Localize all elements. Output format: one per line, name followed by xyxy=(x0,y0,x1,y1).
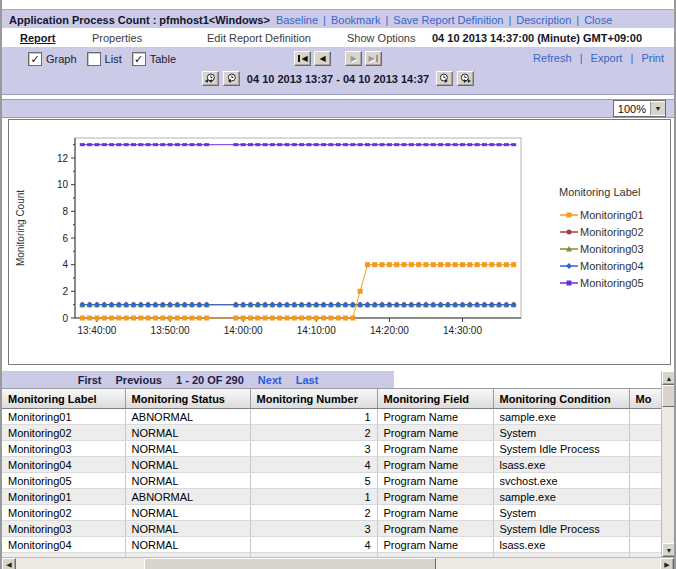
print-link[interactable]: Print xyxy=(641,52,664,64)
description-link[interactable]: Description xyxy=(516,14,571,26)
col-monitoring-status: Monitoring Status xyxy=(125,389,250,409)
monitoring-condition-cell: lsass.exe xyxy=(493,537,629,553)
col-monitoring-field: Monitoring Field xyxy=(377,389,493,409)
truncated-cell xyxy=(629,409,661,425)
zoom-select[interactable]: 100% ▼ xyxy=(613,100,666,117)
svg-text:2: 2 xyxy=(62,286,68,297)
checkbox-box[interactable]: ✓ xyxy=(132,52,146,66)
clock-fast-back-icon xyxy=(204,73,217,84)
truncated-cell xyxy=(629,457,661,473)
save-report-definition-link[interactable]: Save Report Definition xyxy=(393,14,503,26)
list-checkbox[interactable]: ✓ List xyxy=(87,52,122,66)
col-monitoring-number: Monitoring Number xyxy=(250,389,377,409)
range-move-start-button[interactable] xyxy=(202,71,219,86)
table-row: Monitoring04NORMAL4Program Namelsass.exe xyxy=(2,457,661,473)
monitoring-status-cell: NORMAL xyxy=(125,425,250,441)
table-horizontal-scrollbar[interactable]: ◀ ▶ xyxy=(2,557,674,569)
separator: | xyxy=(576,14,579,26)
tab-report[interactable]: Report xyxy=(20,32,55,44)
monitoring-condition-cell: System xyxy=(493,505,629,521)
range-move-back-button[interactable] xyxy=(223,71,240,86)
report-timestamp: 04 10 2013 14:37:00 (Minute) GMT+09:00 xyxy=(432,32,642,44)
checkbox-label: List xyxy=(105,53,122,65)
report-window: Application Process Count : pfmhost1<Win… xyxy=(0,0,676,569)
previous-page-button[interactable]: ◀ xyxy=(314,51,331,66)
toolbar: ✓ Graph ✓ List ✓ Table ◀ ◀ ▶ ▶ Refresh |… xyxy=(2,47,674,95)
scroll-right-icon[interactable]: ▶ xyxy=(660,558,674,569)
titlebar: Application Process Count : pfmhost1<Win… xyxy=(2,9,674,29)
range-move-forward-button[interactable] xyxy=(436,71,453,86)
close-link[interactable]: Close xyxy=(584,14,612,26)
legend-entry: Monitoring05 xyxy=(559,274,644,291)
last-page-button[interactable]: ▶ xyxy=(365,51,382,66)
show-options-menu[interactable]: Show Options xyxy=(347,32,415,44)
monitoring-status-cell: NORMAL xyxy=(125,521,250,537)
monitoring-condition-cell: svchost.exe xyxy=(493,473,629,489)
truncated-cell xyxy=(629,441,661,457)
monitoring-number-cell: 4 xyxy=(250,457,377,473)
bookmark-link[interactable]: Bookmark xyxy=(331,14,381,26)
svg-text:Monitoring Count: Monitoring Count xyxy=(15,190,26,266)
table-row: Monitoring02NORMAL2Program NameSystem xyxy=(2,425,661,441)
chevron-down-icon[interactable]: ▼ xyxy=(650,102,665,115)
monitoring-label-cell[interactable]: Monitoring01 xyxy=(2,409,125,425)
monitoring-label-cell[interactable]: Monitoring01 xyxy=(2,489,125,505)
legend-entry: Monitoring03 xyxy=(559,240,644,257)
monitoring-status-cell: ABNORMAL xyxy=(125,409,250,425)
checkbox-box[interactable]: ✓ xyxy=(28,52,42,66)
monitoring-label-cell[interactable]: Monitoring05 xyxy=(2,473,125,489)
truncated-cell xyxy=(629,489,661,505)
monitoring-label-cell[interactable]: Monitoring03 xyxy=(2,441,125,457)
table-row: Monitoring01ABNORMAL1Program Namesample.… xyxy=(2,489,661,505)
monitoring-field-cell: Program Name xyxy=(377,473,493,489)
legend-marker-icon xyxy=(559,227,579,237)
table-checkbox[interactable]: ✓ Table xyxy=(132,52,176,66)
table-row: Monitoring01ABNORMAL1Program Namesample.… xyxy=(2,409,661,425)
monitoring-field-cell: Program Name xyxy=(377,457,493,473)
monitoring-label-cell[interactable]: Monitoring02 xyxy=(2,505,125,521)
chart-legend: Monitoring Label Monitoring01Monitoring0… xyxy=(559,186,644,291)
col-monitoring-condition: Monitoring Condition xyxy=(493,389,629,409)
bar-icon xyxy=(298,55,300,62)
monitoring-field-cell: Program Name xyxy=(377,521,493,537)
vertical-scroll-thumb[interactable] xyxy=(662,385,676,407)
monitoring-number-cell: 1 xyxy=(250,409,377,425)
monitoring-number-cell: 3 xyxy=(250,441,377,457)
baseline-link[interactable]: Baseline xyxy=(276,14,318,26)
svg-text:13:40:00: 13:40:00 xyxy=(77,325,116,336)
table-row: Monitoring05NORMAL5Program Namesvchost.e… xyxy=(2,473,661,489)
edit-report-definition-menu[interactable]: Edit Report Definition xyxy=(207,32,311,44)
next-page-button[interactable]: ▶ xyxy=(345,51,362,66)
monitoring-label-cell[interactable]: Monitoring02 xyxy=(2,425,125,441)
first-page-button[interactable]: ◀ xyxy=(294,51,311,66)
table-vertical-scrollbar[interactable]: ▲ ▼ xyxy=(661,371,676,557)
checkbox-box[interactable]: ✓ xyxy=(87,52,101,66)
truncated-cell xyxy=(629,473,661,489)
monitoring-table-wrap: Monitoring Label Monitoring Status Monit… xyxy=(2,388,661,558)
range-move-end-button[interactable] xyxy=(457,71,474,86)
tab-properties[interactable]: Properties xyxy=(92,32,142,44)
separator: | xyxy=(508,14,511,26)
clock-back-icon xyxy=(225,73,238,84)
monitoring-status-cell: NORMAL xyxy=(125,537,250,553)
next-link[interactable]: Next xyxy=(258,374,282,386)
horizontal-scroll-thumb[interactable] xyxy=(144,558,436,569)
checkbox-label: Table xyxy=(150,53,176,65)
refresh-link[interactable]: Refresh xyxy=(533,52,572,64)
scroll-down-icon[interactable]: ▼ xyxy=(662,543,676,557)
graph-panel: 02468101213:40:0013:50:0014:00:0014:10:0… xyxy=(8,119,671,365)
last-link[interactable]: Last xyxy=(296,374,319,386)
monitoring-label-cell[interactable]: Monitoring04 xyxy=(2,537,125,553)
scroll-up-icon[interactable]: ▲ xyxy=(662,371,676,385)
toolbar-links: Refresh | Export | Print xyxy=(533,52,664,64)
monitoring-status-cell: NORMAL xyxy=(125,441,250,457)
scroll-left-icon[interactable]: ◀ xyxy=(2,558,16,569)
monitoring-label-cell[interactable]: Monitoring04 xyxy=(2,457,125,473)
monitoring-number-cell: 1 xyxy=(250,489,377,505)
svg-text:4: 4 xyxy=(62,259,68,270)
legend-marker-icon xyxy=(559,278,579,288)
graph-checkbox[interactable]: ✓ Graph xyxy=(28,52,77,66)
monitoring-condition-cell: sample.exe xyxy=(493,489,629,505)
monitoring-label-cell[interactable]: Monitoring03 xyxy=(2,521,125,537)
export-link[interactable]: Export xyxy=(591,52,623,64)
